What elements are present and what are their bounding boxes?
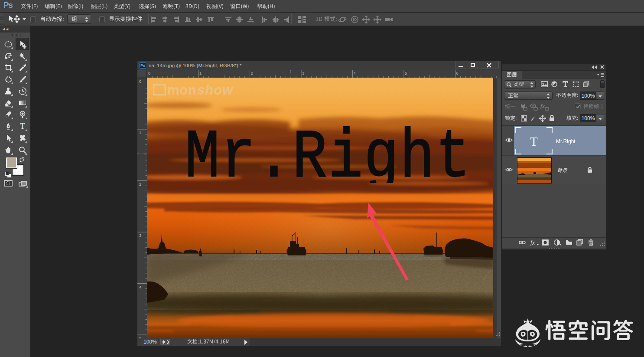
svg-text:3: 3 xyxy=(139,233,141,238)
svg-text:3: 3 xyxy=(302,71,304,75)
svg-text:T: T xyxy=(20,122,25,130)
svg-text:4: 4 xyxy=(139,285,141,289)
svg-text:T: T xyxy=(530,134,538,148)
svg-text:0: 0 xyxy=(139,79,141,84)
svg-text:2: 2 xyxy=(251,71,253,75)
svg-text:fx: fx xyxy=(530,239,535,246)
svg-text:0: 0 xyxy=(148,71,150,75)
svg-text:5: 5 xyxy=(405,71,407,75)
svg-text:1: 1 xyxy=(139,131,141,135)
svg-text:1: 1 xyxy=(199,71,202,75)
svg-text:mon: mon xyxy=(167,82,196,98)
svg-text:4: 4 xyxy=(354,71,356,75)
svg-text:show: show xyxy=(197,82,234,98)
svg-text:fx: fx xyxy=(540,103,545,109)
svg-text:6: 6 xyxy=(456,71,459,75)
svg-text:2: 2 xyxy=(139,182,141,187)
